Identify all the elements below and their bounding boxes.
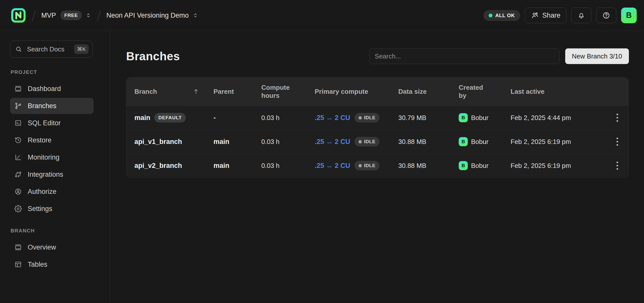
sidebar-item-label: Tables [28, 261, 47, 268]
sidebar-item-settings[interactable]: Settings [10, 201, 94, 217]
column-label: Parent [213, 87, 234, 96]
search-icon [15, 46, 22, 53]
data-size: 30.88 MB [398, 162, 459, 170]
row-menu-button[interactable] [614, 111, 621, 124]
column-header-branch[interactable]: Branch [134, 87, 213, 96]
column-header-created-by[interactable]: Created by [459, 83, 511, 100]
sidebar-item-label: Settings [28, 205, 52, 213]
column-header-data-size[interactable]: Data size [398, 87, 459, 96]
status-dot-icon [359, 116, 362, 119]
notifications-button[interactable] [571, 8, 591, 23]
parent-branch: main [213, 162, 261, 170]
plan-badge: FREE [60, 11, 82, 20]
org-selector[interactable]: MVP FREE [41, 11, 92, 20]
branch-cell: api_v1_branch [134, 138, 213, 146]
column-header-primary-compute[interactable]: Primary compute [315, 87, 398, 96]
chart-icon [14, 154, 22, 161]
breadcrumb-separator [97, 10, 101, 21]
search-docs-button[interactable]: Search Docs ⌘K [10, 41, 93, 58]
topbar-actions: ALL OK Share [483, 8, 637, 23]
sidebar-item-authorize[interactable]: Authorize [10, 184, 94, 200]
last-active: Feb 2, 2025 4:44 pm [511, 114, 606, 122]
new-branch-button[interactable]: New Branch 3/10 [565, 48, 629, 64]
compute-status-badge: IDLE [354, 137, 379, 146]
branch-name[interactable]: api_v2_branch [134, 162, 182, 170]
dashboard-icon [14, 85, 22, 93]
column-label: Created by [459, 83, 483, 100]
section-label-project: PROJECT [11, 69, 110, 75]
sidebar-item-dashboard[interactable]: Dashboard [10, 81, 94, 97]
branch-search-input[interactable] [369, 48, 560, 64]
sort-ascending-icon[interactable] [193, 88, 199, 95]
sidebar-item-label: Integrations [28, 171, 63, 178]
sidebar-item-label: Branches [28, 102, 56, 110]
terminal-icon [14, 119, 22, 127]
last-active: Feb 2, 2025 6:19 pm [511, 138, 606, 146]
column-label: Compute hours [261, 83, 293, 100]
history-icon [14, 136, 22, 144]
neon-logo[interactable] [10, 7, 27, 24]
help-button[interactable] [596, 8, 616, 23]
compute-status-label: IDLE [364, 163, 375, 168]
sidebar-item-label: Monitoring [28, 154, 59, 161]
table-row[interactable]: api_v1_branch main 0.03 h .25 ↔ 2 CU IDL… [126, 130, 628, 154]
creator-avatar: B [459, 161, 468, 170]
sidebar-item-label: Overview [28, 244, 56, 251]
share-label: Share [542, 12, 560, 19]
compute-status-label: IDLE [364, 115, 375, 120]
branch-cell: main DEFAULT [134, 113, 213, 123]
compute-hours: 0.03 h [261, 114, 315, 122]
project-selector[interactable]: Neon API Versioning Demo [106, 12, 198, 19]
sidebar-item-monitoring[interactable]: Monitoring [10, 149, 94, 165]
column-header-compute-hours[interactable]: Compute hours [261, 83, 315, 100]
status-badge[interactable]: ALL OK [483, 10, 520, 21]
column-header-parent[interactable]: Parent [213, 87, 261, 96]
chevrons-updown-icon [85, 12, 92, 19]
table-icon [14, 261, 22, 268]
row-menu-button[interactable] [614, 135, 621, 148]
compute-hours: 0.03 h [261, 162, 315, 170]
sidebar-item-branches[interactable]: Branches [10, 98, 94, 114]
sidebar-item-tables[interactable]: Tables [10, 256, 94, 272]
branch-cell: api_v2_branch [134, 162, 213, 170]
table-row[interactable]: main DEFAULT - 0.03 h .25 ↔ 2 CU IDLE 30… [126, 106, 628, 130]
primary-compute-cell: .25 ↔ 2 CU IDLE [315, 161, 398, 170]
user-avatar[interactable]: B [621, 8, 637, 23]
sidebar-item-label: Dashboard [28, 85, 61, 93]
sidebar-item-sql-editor[interactable]: SQL Editor [10, 115, 94, 131]
column-label: Last active [511, 87, 544, 96]
sidebar-item-restore[interactable]: Restore [10, 132, 94, 148]
row-menu-button[interactable] [614, 159, 621, 172]
project-name: Neon API Versioning Demo [106, 12, 189, 19]
actions-cell [606, 159, 628, 172]
parent-branch: - [213, 114, 261, 122]
column-header-last-active[interactable]: Last active [511, 87, 606, 96]
primary-compute-link[interactable]: .25 ↔ 2 CU [315, 162, 350, 170]
status-dot-icon [359, 140, 362, 143]
last-active: Feb 2, 2025 6:19 pm [511, 162, 606, 170]
column-label: Branch [134, 87, 157, 96]
data-size: 30.88 MB [398, 138, 459, 146]
org-name: MVP [41, 12, 56, 19]
help-icon [602, 11, 610, 19]
sidebar-item-integrations[interactable]: Integrations [10, 166, 94, 183]
column-label: Primary compute [315, 87, 368, 96]
actions-cell [606, 135, 628, 148]
sidebar: Search Docs ⌘K PROJECT Dashboard Branche… [0, 31, 110, 303]
primary-compute-link[interactable]: .25 ↔ 2 CU [315, 114, 350, 122]
gear-icon [14, 205, 22, 213]
keyboard-shortcut-badge: ⌘K [74, 44, 89, 54]
column-label: Data size [398, 87, 427, 96]
main-content: Branches New Branch 3/10 Branch Pa [110, 31, 644, 303]
compute-hours: 0.03 h [261, 138, 315, 146]
integrations-icon [14, 171, 22, 178]
branch-name[interactable]: api_v1_branch [134, 138, 182, 146]
creator-avatar: B [459, 137, 468, 146]
primary-compute-link[interactable]: .25 ↔ 2 CU [315, 138, 350, 146]
branch-name[interactable]: main [134, 114, 150, 122]
status-dot-icon [489, 14, 492, 17]
sidebar-item-overview[interactable]: Overview [10, 239, 94, 255]
table-row[interactable]: api_v2_branch main 0.03 h .25 ↔ 2 CU IDL… [126, 154, 628, 177]
share-button[interactable]: Share [525, 8, 566, 23]
created-by-cell: B Bobur [459, 113, 511, 122]
